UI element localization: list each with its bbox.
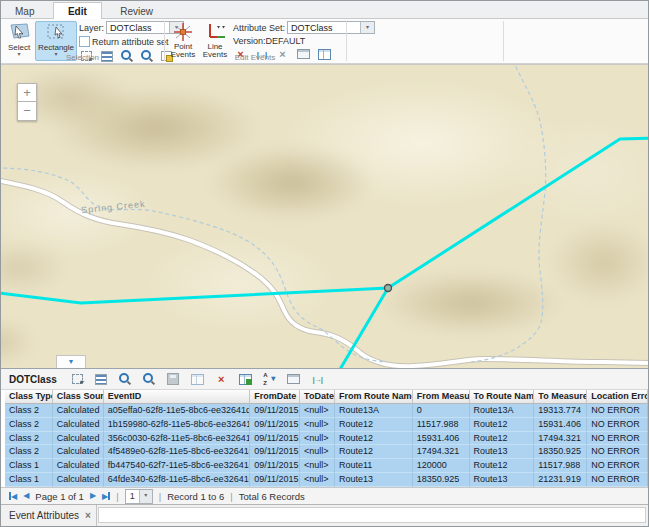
column-header-to-route-name[interactable]: To Route Name <box>470 390 535 404</box>
total-records-text: Total 6 Records <box>239 491 305 502</box>
group-separator <box>346 21 347 61</box>
bottom-tabbar-empty <box>98 507 646 523</box>
select-events-icon[interactable] <box>70 372 85 386</box>
return-attribute-set-checkbox[interactable] <box>79 36 90 47</box>
measure-range-icon[interactable]: |→| <box>310 372 325 386</box>
page-dropdown-caret-icon[interactable]: ▾ <box>139 490 152 503</box>
edit-events-group-label: Edit Events <box>165 53 345 62</box>
cell: Route12 <box>470 418 535 432</box>
map-features <box>1 65 648 368</box>
add-record-icon[interactable] <box>238 372 253 386</box>
pan-to-selected-icon[interactable] <box>142 372 157 386</box>
cell: 356c0030-62f8-11e5-8bc6-ee32641d5ec9 <box>104 432 251 446</box>
route-event-line-west[interactable] <box>1 288 388 303</box>
table-row[interactable]: Class 1Calculated64fde340-62f8-11e5-8bc6… <box>5 473 648 487</box>
page-indicator: Page 1 of 1 <box>35 491 84 502</box>
cell: a05effa0-62f8-11e5-8bc6-ee32641d5ec9 <box>104 404 251 418</box>
last-page-button[interactable]: ▶ <box>102 490 110 502</box>
cell: 17494.321 <box>534 432 587 446</box>
cell: 64fde340-62f8-11e5-8bc6-ee32641d5ec9 <box>104 473 251 487</box>
save-icon[interactable] <box>166 372 181 386</box>
cell: Class 2 <box>5 445 53 459</box>
sort-icon[interactable]: AZ▾ <box>262 372 277 386</box>
show-rows-icon[interactable] <box>94 372 109 386</box>
attribute-set-dropdown[interactable]: DOTClass ▾ <box>287 21 375 34</box>
selection-group-label: Selection <box>1 53 164 62</box>
cell: 120000 <box>413 459 470 473</box>
bottom-tabbar: Event Attributes × <box>1 504 648 526</box>
cell: <null> <box>300 404 335 418</box>
column-header-from-measure[interactable]: From Measure <box>413 390 470 404</box>
tab-event-attributes[interactable]: Event Attributes × <box>1 505 97 526</box>
next-page-button[interactable]: ▶ <box>90 491 96 501</box>
panel-collapse-button[interactable]: ▼ <box>56 355 86 368</box>
cell: 09/11/2015 <box>250 459 300 473</box>
column-header-fromdate[interactable]: FromDate <box>250 390 300 404</box>
creek-right <box>471 65 546 362</box>
column-header-eventid[interactable]: EventID <box>104 390 251 404</box>
column-header-class-source[interactable]: Class Source <box>53 390 104 404</box>
attribute-set-value: DOTClass <box>288 23 360 33</box>
column-header-from-route-name[interactable]: From Route Name <box>335 390 413 404</box>
page-number-dropdown[interactable]: 1 ▾ <box>125 489 153 504</box>
table-row[interactable]: Class 2Calculateda05effa0-62f8-11e5-8bc6… <box>5 404 648 418</box>
first-page-button[interactable]: ◀ <box>9 490 17 502</box>
column-header-class-type[interactable]: Class Type <box>5 390 53 404</box>
table-row[interactable]: Class 2Calculated4f5489e0-62f8-11e5-8bc6… <box>5 445 648 459</box>
cell: fb447540-62f7-11e5-8bc6-ee32641d5ec9 <box>104 459 251 473</box>
ribbon-tabbar: Map Edit Review <box>1 1 648 19</box>
tab-map[interactable]: Map <box>1 3 48 20</box>
cell: Route12 <box>470 432 535 446</box>
cell: Class 2 <box>5 404 53 418</box>
cell: NO ERROR <box>587 459 648 473</box>
open-form-icon[interactable] <box>286 372 301 386</box>
cell: Route13 <box>335 473 413 487</box>
cell: 11517.988 <box>534 459 587 473</box>
attribute-set-caret-icon[interactable]: ▾ <box>360 22 374 33</box>
table-row[interactable]: Class 2Calculated1b159980-62f8-11e5-8bc6… <box>5 418 648 432</box>
previous-page-button[interactable]: ◀ <box>23 491 29 501</box>
cell: Route13A <box>335 404 413 418</box>
ribbon: Select ▾ Rectangle ▾ Layer: DOTClass ▾ R… <box>1 19 648 64</box>
map-canvas[interactable]: Spring Creek + − ▼ <box>1 64 648 368</box>
attribute-table-icon[interactable] <box>190 372 205 386</box>
cell: Route12 <box>335 432 413 446</box>
cell: Route12 <box>335 445 413 459</box>
event-attributes-tab-label: Event Attributes <box>9 510 79 521</box>
cell: NO ERROR <box>587 445 648 459</box>
pagination-bar: ◀ ◀ Page 1 of 1 ▶ ▶ | 1 ▾ | Record 1 to … <box>1 487 648 504</box>
collapse-arrow-icon: ▼ <box>68 358 75 365</box>
close-tab-icon[interactable]: × <box>85 510 91 521</box>
table-row[interactable]: Class 1Calculatedfb447540-62f7-11e5-8bc6… <box>5 459 648 473</box>
cell: 09/11/2015 <box>250 473 300 487</box>
column-header-to-measure[interactable]: To Measure <box>534 390 587 404</box>
cell: 18350.925 <box>413 473 470 487</box>
table-row[interactable]: Class 2Calculated356c0030-62f8-11e5-8bc6… <box>5 432 648 446</box>
line-events-icon <box>203 22 227 42</box>
column-header-todate[interactable]: ToDate <box>300 390 335 404</box>
cell: Class 1 <box>5 473 53 487</box>
zoom-to-selected-icon[interactable] <box>118 372 133 386</box>
route-junction-marker[interactable] <box>385 285 392 292</box>
cell: 1b159980-62f8-11e5-8bc6-ee32641d5ec9 <box>104 418 251 432</box>
cell: 21231.919 <box>534 473 587 487</box>
zoom-out-button[interactable]: − <box>17 102 37 121</box>
cell: 15931.406 <box>413 432 470 446</box>
cell: 15931.406 <box>534 418 587 432</box>
point-events-icon <box>171 22 195 42</box>
cell: Route12 <box>335 418 413 432</box>
cell: <null> <box>300 473 335 487</box>
cell: Calculated <box>53 459 104 473</box>
pager-separator: | <box>159 491 161 502</box>
cell: 11517.988 <box>413 418 470 432</box>
delete-event-icon[interactable]: × <box>214 372 229 386</box>
grid-body: Class 2Calculateda05effa0-62f8-11e5-8bc6… <box>5 404 648 487</box>
cell: 18350.925 <box>534 445 587 459</box>
tab-edit[interactable]: Edit <box>53 2 102 20</box>
return-attribute-set-label: Return attribute set <box>92 37 169 47</box>
route-event-line-northeast[interactable] <box>388 138 648 288</box>
tab-review[interactable]: Review <box>106 3 167 20</box>
zoom-in-button[interactable]: + <box>17 83 37 102</box>
column-header-location-error[interactable]: Location Error <box>587 390 648 404</box>
cell: Route13A <box>470 404 535 418</box>
